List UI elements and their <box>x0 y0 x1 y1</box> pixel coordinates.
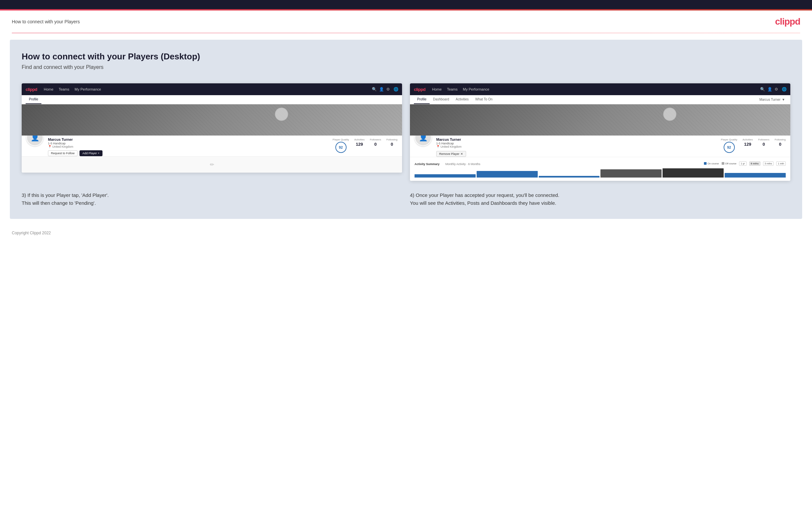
dropdown-icon-right[interactable]: ▼ <box>782 98 785 101</box>
page-subheading: Find and connect with your Players <box>22 64 790 70</box>
descriptions-row: 3) If this is your Player tap, 'Add Play… <box>22 191 790 207</box>
screenshot-right: clippd Home Teams My Performance 🔍 👤 ⚙ 🌐… <box>410 83 790 181</box>
legend-dot-off-course <box>722 162 724 165</box>
user-icon-left[interactable]: 👤 <box>379 87 384 92</box>
player-location-left: 📍 United Kingdom <box>48 145 328 148</box>
hero-image-left <box>22 104 402 135</box>
screenshot-left: clippd Home Teams My Performance 🔍 👤 ⚙ 🌐… <box>22 83 402 181</box>
legend-off-course: Off course <box>722 162 737 165</box>
activity-summary: Activity Summary Monthly Activity · 6 Mo… <box>410 157 790 181</box>
stat-value-followers-right: 0 <box>758 142 769 147</box>
app-logo-left: clippd <box>26 87 37 92</box>
add-player-button-left[interactable]: Add Player + <box>80 150 102 156</box>
app-tabs-right: Profile Dashboard Activities What To On … <box>410 95 790 104</box>
tab-activities-right[interactable]: Activities <box>452 95 472 104</box>
user-icon-right[interactable]: 👤 <box>767 87 772 92</box>
quality-item-left: Player Quality 92 <box>333 138 349 153</box>
app-bottom-left: ✏ <box>22 156 402 173</box>
nav-home-left[interactable]: Home <box>44 87 53 91</box>
tab-dashboard-right[interactable]: Dashboard <box>429 95 452 104</box>
tab-whattoon-right[interactable]: What To On <box>472 95 496 104</box>
remove-player-label: Remove Player <box>439 152 460 156</box>
nav-icons-right: 🔍 👤 ⚙ 🌐 <box>760 87 786 92</box>
chart-bar-3 <box>539 176 600 177</box>
player-buttons-left: Request to Follow Add Player + <box>48 150 328 156</box>
scroll-icon-left: ✏ <box>210 161 214 168</box>
activity-filters: On course Off course 1 yr 6 mths 3 mths … <box>704 161 786 166</box>
desc-col-left: 3) If this is your Player tap, 'Add Play… <box>22 191 402 207</box>
stats-area-right: Player Quality 92 Activities 129 Followe… <box>721 135 786 153</box>
search-icon-right[interactable]: 🔍 <box>760 87 765 92</box>
location-text-left: United Kingdom <box>52 145 73 148</box>
hero-image-right <box>410 104 790 135</box>
quality-label-left: Player Quality <box>333 138 349 141</box>
quality-circle-left: 92 <box>336 142 347 153</box>
nav-myperformance-right[interactable]: My Performance <box>463 87 490 91</box>
header-title: How to connect with your Players <box>12 19 80 24</box>
nav-teams-right[interactable]: Teams <box>447 87 458 91</box>
tab-player-name-right: Marcus Turner ▼ <box>758 95 786 104</box>
profile-info-right: Marcus Turner 1-5 Handicap 📍 United King… <box>436 135 716 157</box>
remove-player-x-icon: ✕ <box>461 152 463 156</box>
quality-circle-right: 92 <box>724 142 735 153</box>
chart-bar-5 <box>663 168 724 177</box>
filter-6mths[interactable]: 6 mths <box>749 161 760 166</box>
copyright: Copyright Clippd 2022 <box>12 231 51 235</box>
stat-followers-left: Followers 0 <box>370 138 381 153</box>
stat-following-right: Following 0 <box>774 138 786 153</box>
activity-header: Activity Summary Monthly Activity · 6 Mo… <box>414 161 786 166</box>
quality-value-right: 92 <box>727 146 731 149</box>
top-bar <box>0 0 812 9</box>
nav-home-right[interactable]: Home <box>432 87 442 91</box>
activity-title-group: Activity Summary Monthly Activity · 6 Mo… <box>414 161 480 166</box>
stat-value-followers-left: 0 <box>370 142 381 147</box>
search-icon-left[interactable]: 🔍 <box>372 87 376 92</box>
follow-button-left[interactable]: Request to Follow <box>48 150 78 156</box>
stats-area-left: Player Quality 92 Activities 129 Followe… <box>333 135 398 153</box>
stat-label-activities-left: Activities <box>354 138 365 141</box>
location-text-right: United Kingdom <box>441 145 461 148</box>
location-pin-icon-right: 📍 <box>436 145 440 148</box>
globe-icon-right[interactable]: 🌐 <box>782 87 786 92</box>
nav-teams-left[interactable]: Teams <box>59 87 69 91</box>
chart-bar-4 <box>601 169 662 177</box>
chart-bar-1 <box>414 174 476 177</box>
activity-subtitle: Monthly Activity · 6 Months <box>445 162 480 166</box>
activity-title: Activity Summary <box>414 162 440 166</box>
app-logo-right: clippd <box>414 87 425 92</box>
player-name-right: Marcus Turner <box>436 137 716 142</box>
app-tabs-left: Profile <box>22 95 402 104</box>
nav-myperformance-left[interactable]: My Performance <box>74 87 101 91</box>
legend-dot-on-course <box>704 162 707 165</box>
player-location-right: 📍 United Kingdom <box>436 145 716 148</box>
player-handicap-right: 1-5 Handicap <box>436 142 716 145</box>
settings-icon-right[interactable]: ⚙ <box>774 87 779 92</box>
footer: Copyright Clippd 2022 <box>0 225 812 240</box>
filter-1mth[interactable]: 1 mth <box>776 161 786 166</box>
stat-label-followers-right: Followers <box>758 138 769 141</box>
player-name-left: Marcus Turner <box>48 137 328 142</box>
remove-player-button[interactable]: Remove Player ✕ <box>436 151 466 157</box>
player-tab-label: Marcus Turner <box>759 98 780 101</box>
mock-app-left: clippd Home Teams My Performance 🔍 👤 ⚙ 🌐… <box>22 83 402 173</box>
legend-label-on-course: On course <box>708 162 719 165</box>
filter-1yr[interactable]: 1 yr <box>739 161 747 166</box>
globe-icon-left[interactable]: 🌐 <box>394 87 398 92</box>
clippd-logo: clippd <box>775 16 800 27</box>
tab-profile-right[interactable]: Profile <box>414 95 429 104</box>
filter-3mths[interactable]: 3 mths <box>763 161 774 166</box>
settings-icon-left[interactable]: ⚙ <box>386 87 391 92</box>
stat-activities-left: Activities 129 <box>354 138 365 153</box>
header: How to connect with your Players clippd <box>0 10 812 33</box>
player-handicap-left: 1-5 Handicap <box>48 142 328 145</box>
stat-value-activities-left: 129 <box>354 142 365 147</box>
tab-profile-left[interactable]: Profile <box>26 95 41 104</box>
stat-value-activities-right: 129 <box>742 142 753 147</box>
chart-bar-2 <box>476 171 538 177</box>
stat-label-activities-right: Activities <box>742 138 753 141</box>
profile-info-left: Marcus Turner 1-5 Handicap 📍 United King… <box>48 135 328 156</box>
stat-label-followers-left: Followers <box>370 138 381 141</box>
header-divider <box>12 33 800 33</box>
page-heading: How to connect with your Players (Deskto… <box>22 52 790 62</box>
screenshots-row: clippd Home Teams My Performance 🔍 👤 ⚙ 🌐… <box>22 83 790 181</box>
